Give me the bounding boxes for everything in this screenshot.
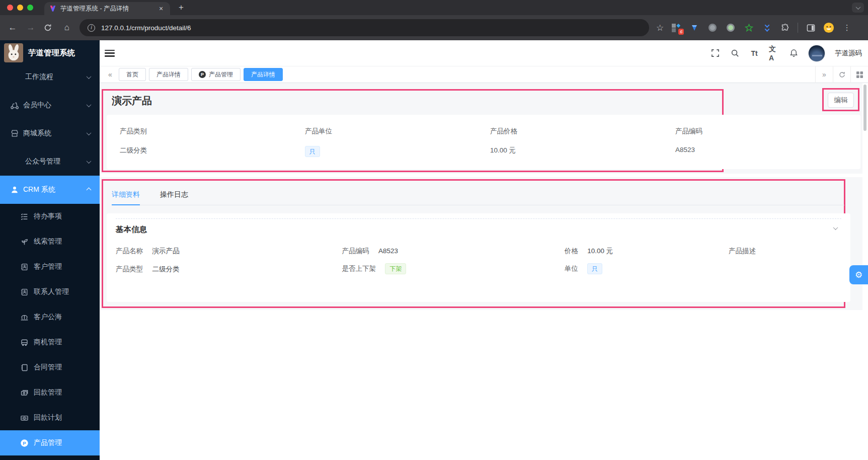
extension-green-star-icon[interactable] bbox=[743, 22, 754, 33]
sidebar-item-label: 工作流程 bbox=[25, 72, 53, 82]
sidebar-item-todo[interactable]: 待办事项 bbox=[0, 204, 100, 229]
app-header: Tt 文A 芋道源码 bbox=[100, 40, 868, 66]
extension-green-circle-icon[interactable] bbox=[725, 22, 736, 33]
chevron-down-icon bbox=[87, 159, 92, 164]
tab-operation-log[interactable]: 操作日志 bbox=[160, 184, 188, 205]
extension-grid-icon[interactable]: 6 bbox=[671, 22, 682, 33]
product-p-icon: P bbox=[199, 71, 206, 78]
scrollbar-thumb[interactable] bbox=[863, 85, 866, 131]
url-text: 127.0.0.1/crm/product/detail/6 bbox=[101, 24, 191, 32]
todo-list-icon bbox=[20, 212, 29, 221]
tags-scroll-left-icon[interactable]: « bbox=[104, 70, 117, 79]
address-bar[interactable]: i 127.0.0.1/crm/product/detail/6 bbox=[80, 19, 649, 36]
sidebar-item-customers[interactable]: 客户管理 bbox=[0, 254, 100, 279]
field-label: 产品类别 bbox=[120, 127, 305, 136]
sidebar-item-member-center[interactable]: 会员中心 bbox=[0, 91, 100, 119]
tag-product-detail-active[interactable]: 产品详情 bbox=[244, 68, 283, 81]
field-price: 产品价格 10.00 元 bbox=[490, 127, 675, 169]
tag-product-detail-1[interactable]: 产品详情 bbox=[149, 68, 188, 81]
home-icon[interactable]: ⌂ bbox=[61, 22, 72, 33]
refresh-icon[interactable] bbox=[833, 66, 850, 83]
edit-button[interactable]: 编辑 bbox=[828, 93, 854, 108]
sidebar-item-contacts[interactable]: 联系人管理 bbox=[0, 279, 100, 304]
info-label: 产品名称 bbox=[116, 247, 143, 255]
tag-product-management[interactable]: P 产品管理 bbox=[191, 68, 241, 81]
sidebar-item-label: 客户公海 bbox=[34, 313, 62, 322]
browser-menu-icon[interactable]: ⋮ bbox=[841, 22, 852, 33]
section-title: 基本信息 bbox=[116, 224, 147, 235]
extension-gray-circle-icon[interactable] bbox=[707, 22, 718, 33]
tab-search-button[interactable] bbox=[852, 3, 864, 13]
info-label: 产品编码 bbox=[342, 247, 369, 255]
field-value: A8523 bbox=[675, 146, 860, 154]
window-controls bbox=[7, 5, 33, 11]
font-size-icon[interactable]: Tt bbox=[749, 48, 759, 58]
field-label: 产品价格 bbox=[490, 127, 675, 136]
tags-scroll-right-icon[interactable]: » bbox=[815, 66, 833, 83]
extension-gem-icon[interactable] bbox=[689, 22, 700, 33]
sidebar-item-mall-system[interactable]: 商城系统 bbox=[0, 119, 100, 147]
search-icon[interactable] bbox=[730, 48, 740, 58]
tag-label: 产品管理 bbox=[209, 70, 233, 79]
forward-icon[interactable]: → bbox=[25, 22, 36, 33]
browser-profile-avatar[interactable] bbox=[823, 22, 834, 33]
close-window-button[interactable] bbox=[7, 5, 13, 11]
sidebar-item-product[interactable]: P 产品管理 bbox=[0, 430, 100, 455]
unit-tag: 只 bbox=[587, 263, 602, 274]
tags-controls: » bbox=[815, 66, 868, 83]
sidebar-item-receivables[interactable]: 回款管理 bbox=[0, 380, 100, 405]
screen: 芋道管理系统 - 产品详情 × + ← → ⌂ i 127.0.0.1/crm/… bbox=[0, 0, 868, 460]
chevron-down-icon bbox=[87, 102, 92, 107]
language-icon[interactable]: 文A bbox=[769, 48, 779, 58]
new-tab-button[interactable]: + bbox=[175, 2, 187, 14]
dashed-divider bbox=[116, 218, 841, 219]
browser-tab[interactable]: 芋道管理系统 - 产品详情 × bbox=[44, 2, 170, 15]
collapse-chevron-icon[interactable] bbox=[833, 225, 838, 230]
sidebar-item-official-account[interactable]: 公众号管理 bbox=[0, 147, 100, 176]
info-cell-type: 产品类型 二级分类 bbox=[116, 264, 342, 274]
side-panel-icon[interactable] bbox=[805, 22, 816, 33]
info-cell-code: 产品编码 A8523 bbox=[342, 246, 565, 256]
banknote-icon bbox=[20, 414, 29, 422]
tab-detail-info[interactable]: 详细资料 bbox=[112, 184, 140, 205]
minimize-window-button[interactable] bbox=[17, 5, 23, 11]
user-avatar[interactable] bbox=[808, 45, 825, 62]
bookmark-star-icon[interactable]: ☆ bbox=[656, 23, 664, 33]
contract-notebook-icon bbox=[20, 363, 29, 372]
sidebar-item-business[interactable]: 商机管理 bbox=[0, 330, 100, 355]
tab-close-icon[interactable]: × bbox=[157, 5, 165, 13]
reload-icon[interactable] bbox=[43, 23, 54, 32]
sidebar-item-workflow[interactable]: 工作流程 bbox=[0, 63, 100, 91]
fullscreen-window-button[interactable] bbox=[27, 5, 33, 11]
notification-bell-icon[interactable] bbox=[788, 48, 799, 58]
sidebar-item-label: 合同管理 bbox=[34, 363, 62, 372]
fullscreen-icon[interactable] bbox=[710, 48, 720, 58]
extensions-puzzle-icon[interactable] bbox=[779, 22, 791, 33]
contact-book-icon bbox=[20, 288, 29, 296]
sidebar-item-label: 客户管理 bbox=[34, 262, 62, 271]
sidebar-item-crm-system[interactable]: CRM 系统 bbox=[0, 176, 100, 204]
back-icon[interactable]: ← bbox=[7, 22, 18, 33]
site-info-icon[interactable]: i bbox=[88, 24, 95, 32]
sidebar-item-label: 回款管理 bbox=[34, 388, 62, 397]
sidebar-item-public-sea[interactable]: 客户公海 bbox=[0, 304, 100, 330]
sidebar-item-contract[interactable]: 合同管理 bbox=[0, 355, 100, 380]
user-name[interactable]: 芋道源码 bbox=[835, 49, 862, 58]
sidebar-item-label: 商城系统 bbox=[23, 129, 51, 138]
bus-icon bbox=[20, 338, 29, 347]
tag-label: 产品详情 bbox=[251, 70, 275, 79]
sidebar-item-receivable-plan[interactable]: 回款计划 bbox=[0, 405, 100, 430]
field-value: 二级分类 bbox=[120, 146, 305, 155]
sidebar-item-leads[interactable]: 线索管理 bbox=[0, 229, 100, 254]
tag-home[interactable]: 首页 bbox=[119, 68, 146, 81]
info-label: 是否上下架 bbox=[342, 265, 376, 272]
browser-tab-strip: 芋道管理系统 - 产品详情 × + bbox=[0, 0, 868, 15]
collapse-sidebar-icon[interactable] bbox=[105, 50, 115, 57]
field-code: 产品编码 A8523 bbox=[675, 127, 860, 169]
tags-menu-grid-icon[interactable] bbox=[850, 66, 868, 83]
app-logo bbox=[4, 43, 23, 62]
settings-gear-button[interactable]: ⚙ bbox=[849, 265, 868, 284]
basic-info-panel: 基本信息 产品名称 演示产品 产品编码 A8523 bbox=[107, 213, 850, 302]
extension-double-chevron-icon[interactable] bbox=[761, 22, 772, 33]
sidebar-item-label: 联系人管理 bbox=[34, 287, 69, 296]
